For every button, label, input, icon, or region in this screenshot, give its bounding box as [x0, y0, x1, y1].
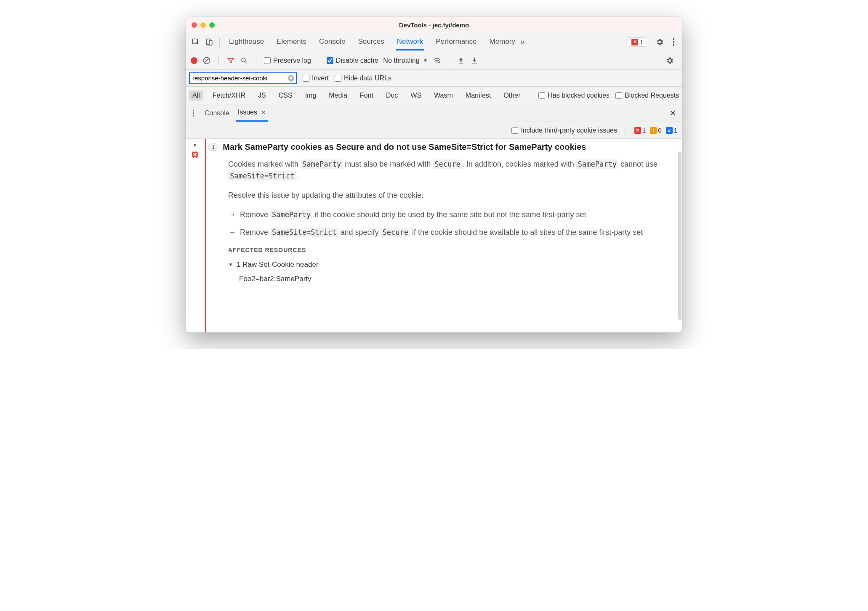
error-count: 1 [640, 39, 643, 45]
type-wasm[interactable]: Wasm [431, 90, 456, 101]
issue-body: Cookies marked with SameParty must also … [208, 159, 675, 285]
hide-data-urls-checkbox[interactable]: Hide data URLs [335, 74, 391, 82]
issue-paragraph-2: Resolve this issue by updating the attri… [228, 190, 666, 202]
download-har-icon[interactable] [470, 56, 479, 65]
filter-bar: ✕ Invert Hide data URLs [186, 70, 682, 87]
type-js[interactable]: JS [255, 90, 269, 101]
network-settings-gear-icon[interactable] [662, 56, 677, 65]
tab-performance[interactable]: Performance [435, 33, 477, 50]
code-secure: Secure [381, 228, 410, 237]
separator [319, 56, 319, 65]
warning-counter[interactable]: !0 [650, 127, 661, 134]
inspect-element-icon[interactable] [190, 36, 202, 48]
svg-rect-12 [472, 63, 477, 64]
type-css[interactable]: CSS [275, 90, 296, 101]
type-doc[interactable]: Doc [383, 90, 401, 101]
issue-content: 1 Mark SameParty cookies as Secure and d… [205, 139, 682, 332]
throttling-select[interactable]: No throttling ▼ [383, 57, 428, 64]
drawer-tabs: Console Issues ✕ ✕ [186, 104, 682, 122]
include-third-party-input[interactable] [511, 127, 518, 134]
issue-bullet-2: → Remove SameSite=Strict and specify Sec… [228, 227, 666, 239]
disable-cache-checkbox[interactable]: Disable cache [327, 57, 378, 64]
settings-gear-icon[interactable] [652, 38, 667, 46]
type-ws[interactable]: WS [407, 90, 425, 101]
code-secure: Secure [433, 159, 462, 169]
expand-triangle-icon[interactable]: ▼ [228, 261, 233, 269]
error-count-badge[interactable]: ✕ 1 [628, 37, 647, 47]
type-other[interactable]: Other [500, 90, 524, 101]
tab-sources[interactable]: Sources [357, 33, 385, 50]
type-manifest[interactable]: Manifest [462, 90, 494, 101]
issue-paragraph-1: Cookies marked with SameParty must also … [228, 159, 666, 182]
scrollbar[interactable] [678, 151, 682, 320]
clear-filter-icon[interactable]: ✕ [288, 75, 294, 82]
hide-data-urls-input[interactable] [335, 75, 341, 82]
clear-icon[interactable] [202, 56, 211, 65]
upload-har-icon[interactable] [457, 56, 465, 65]
type-img[interactable]: Img [302, 90, 320, 101]
filter-text-input[interactable] [192, 74, 288, 82]
tab-console[interactable]: Console [318, 33, 346, 50]
blocked-requests-input[interactable] [615, 92, 622, 99]
type-font[interactable]: Font [357, 90, 377, 101]
traffic-lights [192, 22, 215, 28]
type-all[interactable]: All [189, 90, 203, 101]
type-media[interactable]: Media [325, 90, 351, 101]
drawer-kebab-icon[interactable] [189, 109, 198, 117]
filter-field[interactable]: ✕ [189, 72, 297, 84]
code-sameparty: SameParty [576, 159, 618, 169]
affected-resource-row[interactable]: ▼ 1 Raw Set-Cookie header [228, 259, 666, 270]
window-title: DevTools - jec.fyi/demo [186, 21, 682, 29]
record-button[interactable] [191, 57, 197, 64]
close-window-button[interactable] [192, 22, 197, 28]
kebab-menu-icon[interactable] [669, 38, 678, 46]
has-blocked-cookies-checkbox[interactable]: Has blocked cookies [538, 92, 610, 99]
close-drawer-icon[interactable]: ✕ [667, 108, 679, 118]
invert-label: Invert [312, 74, 329, 82]
has-blocked-cookies-input[interactable] [538, 92, 545, 99]
info-counter[interactable]: ≡1 [666, 127, 677, 134]
separator [626, 126, 626, 135]
search-icon[interactable] [240, 56, 248, 65]
hide-data-urls-label: Hide data URLs [344, 74, 391, 82]
invert-input[interactable] [303, 75, 309, 82]
tab-network[interactable]: Network [396, 33, 424, 50]
tab-memory[interactable]: Memory [489, 33, 516, 50]
error-icon: ✕ [631, 39, 638, 45]
info-count: 1 [674, 127, 677, 134]
device-toolbar-icon[interactable] [203, 36, 215, 48]
disable-cache-label: Disable cache [336, 57, 378, 64]
expand-triangle-icon[interactable]: ▼ [192, 142, 197, 148]
svg-point-5 [673, 44, 674, 46]
issue-counters: ✕1 !0 ≡1 [634, 127, 677, 134]
svg-point-13 [193, 110, 194, 111]
filter-icon[interactable] [226, 56, 235, 65]
tab-lighthouse[interactable]: Lighthouse [228, 33, 265, 50]
svg-line-7 [204, 58, 209, 63]
svg-rect-2 [209, 40, 212, 45]
svg-point-3 [673, 38, 674, 40]
close-tab-icon[interactable]: ✕ [261, 109, 266, 117]
separator [256, 56, 256, 65]
invert-checkbox[interactable]: Invert [303, 74, 329, 82]
include-third-party-checkbox[interactable]: Include third-party cookie issues [511, 127, 617, 134]
svg-point-14 [193, 112, 194, 114]
drawer-tab-console[interactable]: Console [203, 106, 231, 121]
issue-header[interactable]: 1 Mark SameParty cookies as Secure and d… [208, 142, 675, 152]
type-fetch-xhr[interactable]: Fetch/XHR [209, 90, 249, 101]
network-conditions-icon[interactable] [433, 56, 441, 65]
maximize-window-button[interactable] [209, 22, 215, 28]
more-tabs-chevron-icon[interactable]: » [518, 37, 527, 46]
drawer-tab-issues[interactable]: Issues ✕ [236, 105, 268, 122]
preserve-log-checkbox[interactable]: Preserve log [264, 57, 311, 64]
blocked-requests-checkbox[interactable]: Blocked Requests [615, 92, 679, 99]
preserve-log-input[interactable] [264, 57, 271, 64]
dropdown-triangle-icon: ▼ [423, 58, 428, 64]
disable-cache-input[interactable] [327, 57, 333, 64]
issues-toolbar: Include third-party cookie issues ✕1 !0 … [186, 122, 682, 139]
svg-point-10 [439, 61, 440, 63]
minimize-window-button[interactable] [200, 22, 206, 28]
error-counter[interactable]: ✕1 [634, 127, 646, 134]
tab-elements[interactable]: Elements [276, 33, 307, 50]
warning-badge-icon: ! [650, 127, 657, 134]
